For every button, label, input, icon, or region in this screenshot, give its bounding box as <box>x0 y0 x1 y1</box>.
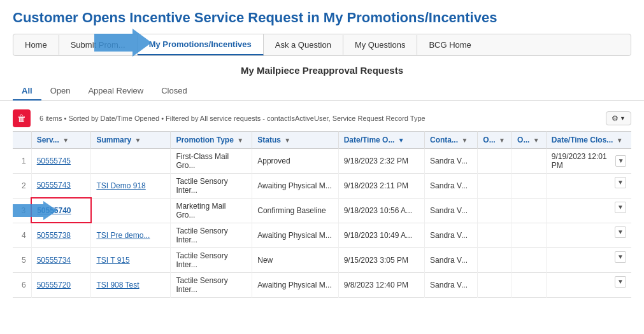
trash-button[interactable]: 🗑 <box>13 109 31 127</box>
cell-datetime-opened: 9/15/2023 3:05 PM <box>338 247 424 272</box>
svg-marker-0 <box>94 29 152 57</box>
cell-contact: Sandra V... <box>425 223 478 247</box>
sort-icon-datetime-opened: ▼ <box>398 137 404 144</box>
table-body: 150555745First-Class Mail Gro...Approved… <box>13 148 631 297</box>
sort-icon-contact: ▼ <box>461 137 468 144</box>
tab-all[interactable]: All <box>13 82 41 101</box>
row-chevron-icon[interactable]: ▼ <box>615 276 626 288</box>
cell-service[interactable]: 50555743 <box>31 173 91 198</box>
col-num <box>13 131 31 148</box>
row-chevron-icon[interactable]: ▼ <box>615 226 626 238</box>
sort-icon-datetime-closed: ▼ <box>617 137 623 144</box>
row-chevron-icon[interactable]: ▼ <box>615 251 626 263</box>
cell-datetime-opened: 9/18/2023 2:32 PM <box>338 148 424 173</box>
cell-summary <box>91 148 171 173</box>
cell-datetime-opened: 9/18/2023 10:56 A... <box>338 198 424 223</box>
nav-item-bcg-home[interactable]: BCG Home <box>417 35 482 55</box>
filter-text: 6 items • Sorted by Date/Time Opened • F… <box>39 115 426 122</box>
cell-promo-type: First-Class Mail Gro... <box>171 148 252 173</box>
table-row: 550555734TSI T 915Tactile Sensory Inter.… <box>13 247 631 272</box>
nav-item-my-promotions[interactable]: My Promotions/Incentives <box>138 34 264 55</box>
tabs-bar: All Open Appeal Review Closed <box>0 82 644 101</box>
cell-service[interactable]: 50555720 <box>31 272 91 297</box>
cell-summary <box>91 198 171 223</box>
row-chevron-icon[interactable]: ▼ <box>615 177 626 188</box>
settings-button[interactable]: ⚙ ▼ <box>606 111 631 125</box>
table-row: 350555740Marketing Mail Gro...Confirming… <box>13 198 631 223</box>
cell-summary[interactable]: TSI Pre demo... <box>91 223 171 247</box>
col-summary[interactable]: Summary ▼ <box>91 131 171 148</box>
cell-o1 <box>478 173 512 198</box>
cell-contact: Sandra V... <box>425 173 478 198</box>
cell-datetime-opened: 9/8/2023 12:40 PM <box>338 272 424 297</box>
cell-service[interactable]: 50555745 <box>31 148 91 173</box>
table-row: 150555745First-Class Mail Gro...Approved… <box>13 148 631 173</box>
cell-o1 <box>478 272 512 297</box>
cell-num: 3 <box>13 198 31 223</box>
cell-summary[interactable]: TSI T 915 <box>91 247 171 272</box>
cell-num: 6 <box>13 272 31 297</box>
col-promo-type[interactable]: Promotion Type ▼ <box>171 131 252 148</box>
table-row: 250555743TSI Demo 918Tactile Sensory Int… <box>13 173 631 198</box>
cell-status: Approved <box>252 148 338 173</box>
cell-promo-type: Marketing Mail Gro... <box>171 198 252 223</box>
cell-datetime-closed: 9/19/2023 12:01 PM▼ <box>547 149 631 173</box>
cell-o2 <box>512 198 547 223</box>
cell-contact: Sandra V... <box>425 272 478 297</box>
tab-appeal-review[interactable]: Appeal Review <box>79 82 152 101</box>
cell-status: Awaiting Physical M... <box>252 173 338 198</box>
sort-icon-promo: ▼ <box>237 137 243 144</box>
cell-status: Awaiting Physical M... <box>252 223 338 247</box>
row-chevron-icon[interactable]: ▼ <box>615 202 626 213</box>
col-contact[interactable]: Conta... ▼ <box>425 131 478 148</box>
sort-icon-status: ▼ <box>284 137 290 144</box>
nav-item-my-questions[interactable]: My Questions <box>343 35 417 55</box>
sort-icon-o1: ▼ <box>499 137 505 144</box>
tab-closed[interactable]: Closed <box>152 82 196 101</box>
cell-contact: Sandra V... <box>425 198 478 223</box>
cell-num: 2 <box>13 173 31 198</box>
cell-datetime-opened: 9/18/2023 2:11 PM <box>338 173 424 198</box>
cell-promo-type: Tactile Sensory Inter... <box>171 247 252 272</box>
cell-status: New <box>252 247 338 272</box>
tab-open[interactable]: Open <box>41 82 80 101</box>
row-chevron-icon[interactable]: ▼ <box>615 155 626 167</box>
cell-o2 <box>512 148 547 173</box>
col-service[interactable]: Serv... ▼ <box>31 131 91 148</box>
cell-o2 <box>512 247 547 272</box>
col-datetime-opened[interactable]: Date/Time O... ▼ <box>338 131 424 148</box>
cell-datetime-closed: ▼ <box>547 174 631 191</box>
cell-contact: Sandra V... <box>425 247 478 272</box>
cell-o1 <box>478 198 512 223</box>
cell-num: 1 <box>13 148 31 173</box>
nav-item-ask-question[interactable]: Ask a Question <box>264 35 343 55</box>
trash-icon: 🗑 <box>17 113 26 123</box>
col-datetime-closed[interactable]: Date/Time Clos... ▼ <box>546 131 631 148</box>
cell-promo-type: Tactile Sensory Inter... <box>171 223 252 247</box>
toolbar-left: 🗑 6 items • Sorted by Date/Time Opened •… <box>13 109 426 127</box>
cell-o1 <box>478 247 512 272</box>
cell-o1 <box>478 148 512 173</box>
table-header-row: Serv... ▼ Summary ▼ Promotion Type ▼ Sta… <box>13 131 631 148</box>
cell-num: 5 <box>13 247 31 272</box>
cell-contact: Sandra V... <box>425 148 478 173</box>
cell-service[interactable]: 50555738 <box>31 223 91 247</box>
cell-service[interactable]: 50555740 <box>31 198 91 223</box>
cell-o2 <box>512 272 547 297</box>
col-o1[interactable]: O... ▼ <box>478 131 512 148</box>
cell-summary[interactable]: TSI Demo 918 <box>91 173 171 198</box>
cell-status: Confirming Baseline <box>252 198 338 223</box>
cell-summary[interactable]: TSI 908 Test <box>91 272 171 297</box>
cell-o2 <box>512 173 547 198</box>
col-o2[interactable]: O... ▼ <box>512 131 547 148</box>
cell-service[interactable]: 50555734 <box>31 247 91 272</box>
requests-table: Serv... ▼ Summary ▼ Promotion Type ▼ Sta… <box>13 131 631 298</box>
nav-item-home[interactable]: Home <box>13 35 59 55</box>
cell-o2 <box>512 223 547 247</box>
table-container: Serv... ▼ Summary ▼ Promotion Type ▼ Sta… <box>13 131 631 298</box>
col-status[interactable]: Status ▼ <box>252 131 338 148</box>
sort-icon-service: ▼ <box>62 137 69 144</box>
settings-chevron: ▼ <box>620 115 626 122</box>
cell-datetime-closed: ▼ <box>547 273 631 291</box>
cell-promo-type: Tactile Sensory Inter... <box>171 272 252 297</box>
